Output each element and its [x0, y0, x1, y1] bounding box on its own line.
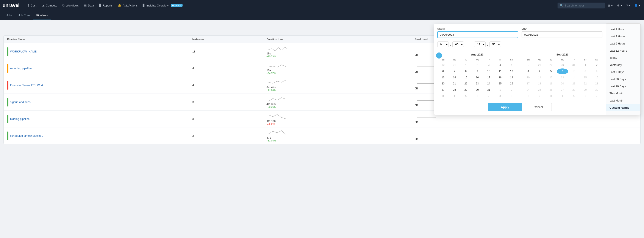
- cancel-button[interactable]: Cancel: [525, 103, 552, 111]
- quick-option-last12h[interactable]: Last 12 Hours: [606, 47, 640, 54]
- calendar-day[interactable]: 3: [437, 93, 449, 99]
- calendar-day[interactable]: 4: [494, 62, 506, 68]
- calendar-day[interactable]: 5: [506, 62, 517, 68]
- calendar-day[interactable]: 4: [449, 93, 460, 99]
- quick-option-custom[interactable]: Custom Range: [606, 104, 640, 111]
- quick-option-last30d[interactable]: Last 30 Days: [606, 76, 640, 83]
- calendar-day[interactable]: 2: [472, 62, 483, 68]
- calendar-day[interactable]: 29: [460, 87, 472, 93]
- calendar-day[interactable]: 9: [472, 68, 483, 74]
- calendar-day[interactable]: 10: [483, 68, 494, 74]
- calendar-day[interactable]: 25: [494, 81, 506, 87]
- calendar-day[interactable]: 16: [472, 75, 483, 81]
- start-minute-select[interactable]: 0001020304051015202530354045505556575859: [452, 42, 464, 47]
- calendar-day[interactable]: 28: [449, 87, 460, 93]
- start-hour-select[interactable]: 01234567891011121314151617181920212223: [437, 42, 449, 47]
- calendar-day[interactable]: 24: [483, 81, 494, 87]
- quick-option-last6h[interactable]: Last 6 Hours: [606, 40, 640, 47]
- nav-autoactions[interactable]: 🔔 AutoActions: [116, 2, 140, 9]
- subnav-jobs[interactable]: Jobs: [4, 12, 15, 20]
- nav-compute[interactable]: ☁ Compute: [40, 2, 60, 9]
- calendar-day[interactable]: 1: [460, 62, 472, 68]
- calendar-day[interactable]: 29: [545, 62, 557, 68]
- calendar-day[interactable]: 13: [437, 75, 449, 81]
- end-hour-select[interactable]: 01234567891011121314151617181920212223: [474, 42, 486, 47]
- pipeline-name[interactable]: signup and subs: [10, 100, 30, 104]
- prev-month-btn[interactable]: ‹: [436, 52, 442, 59]
- calendar-day[interactable]: 23: [472, 81, 483, 87]
- pipeline-name[interactable]: scheduled airflow pipelin...: [10, 134, 43, 137]
- calendar-day[interactable]: 20: [437, 81, 449, 87]
- subnav-pipelines[interactable]: Pipelines: [33, 12, 51, 20]
- table-row[interactable]: scheduled airflow pipelin... 2 47s +83.0…: [4, 128, 640, 144]
- calendar-day[interactable]: 17: [483, 75, 494, 81]
- calendar-day[interactable]: 18: [494, 75, 506, 81]
- calendar-day[interactable]: 5: [460, 93, 472, 99]
- quick-option-last1h[interactable]: Last 1 Hour: [606, 26, 640, 33]
- calendar-day[interactable]: 3: [522, 68, 534, 74]
- calendar-day[interactable]: 30: [472, 87, 483, 93]
- calendar-day[interactable]: 6: [437, 68, 449, 74]
- calendar-day[interactable]: 6: [472, 93, 483, 99]
- quick-option-lastmonth[interactable]: Last Month: [606, 97, 640, 104]
- calendar-day[interactable]: 11: [494, 68, 506, 74]
- help-icon-btn[interactable]: ? ▾: [625, 3, 632, 8]
- pipeline-name[interactable]: bidding pipeline: [10, 117, 30, 121]
- calendar-day[interactable]: 12: [506, 68, 517, 74]
- calendar-day[interactable]: 1: [580, 62, 591, 68]
- calendar-day[interactable]: 2: [591, 62, 602, 68]
- calendar-day[interactable]: 31: [483, 87, 494, 93]
- calendar-day[interactable]: 9: [506, 93, 517, 99]
- calendar-day[interactable]: 30: [437, 62, 449, 68]
- subnav-job-runs[interactable]: Job Runs: [15, 12, 33, 20]
- calendar-day[interactable]: 22: [460, 81, 472, 87]
- nav-cost[interactable]: $ Cost: [26, 2, 38, 9]
- quick-option-yesterday[interactable]: Yesterday: [606, 61, 640, 68]
- calendar-day[interactable]: 27: [522, 62, 534, 68]
- end-date-input[interactable]: [522, 31, 602, 38]
- calendar-day[interactable]: 4: [534, 68, 545, 74]
- calendar-day[interactable]: 21: [449, 81, 460, 87]
- calendar-day[interactable]: 3: [483, 62, 494, 68]
- grid-icon-btn[interactable]: ⊞ ▾: [607, 3, 614, 8]
- calendar-day[interactable]: 5: [545, 68, 557, 74]
- settings-icon-btn[interactable]: ⚙ ▾: [616, 3, 623, 8]
- start-date-input[interactable]: [437, 31, 518, 38]
- calendar-day[interactable]: 15: [460, 75, 472, 81]
- pipeline-name-cell: reporting pipeline...: [7, 64, 192, 73]
- calendar-day[interactable]: 30: [557, 62, 568, 68]
- quick-option-last90d[interactable]: Last 90 Days: [606, 83, 640, 90]
- search-box[interactable]: 🔍 Search for apps: [558, 3, 605, 9]
- quick-option-last2h[interactable]: Last 2 Hours: [606, 33, 640, 40]
- calendar-day[interactable]: 19: [506, 75, 517, 81]
- calendar-day[interactable]: 1: [494, 87, 506, 93]
- calendar-day[interactable]: 31: [449, 62, 460, 68]
- pipeline-name[interactable]: reporting pipeline...: [10, 67, 34, 70]
- calendar-day[interactable]: 6: [557, 68, 568, 74]
- quick-option-last7d[interactable]: Last 7 Days: [606, 68, 640, 76]
- nav-reports[interactable]: ▊ Reports: [97, 2, 115, 9]
- calendar-day[interactable]: 26: [506, 81, 517, 87]
- nav-workflows[interactable]: ⧉ Workflows: [60, 2, 81, 9]
- calendar-day[interactable]: 27: [437, 87, 449, 93]
- quick-option-today[interactable]: Today: [606, 54, 640, 61]
- calendar-day[interactable]: 7: [449, 68, 460, 74]
- pipeline-name[interactable]: Financial Tenant ETL Work...: [10, 84, 46, 87]
- calendar-day[interactable]: 7: [483, 93, 494, 99]
- nav-data[interactable]: ▤ Data: [82, 2, 96, 9]
- apply-button[interactable]: Apply: [488, 103, 522, 111]
- end-minute-select[interactable]: 0001020304051015202530354045505556575859: [490, 42, 501, 47]
- duration-value: 19s: [266, 52, 415, 55]
- pipeline-name[interactable]: WORKFLOW_NAME: [10, 50, 37, 53]
- pipeline-name-cell: signup and subs: [7, 98, 192, 106]
- calendar-day[interactable]: 14: [449, 75, 460, 81]
- logo[interactable]: unravel: [2, 2, 22, 9]
- calendar-day[interactable]: 31: [568, 62, 580, 68]
- nav-insights[interactable]: ▊ Insights Overview PREVIEW: [140, 2, 185, 9]
- user-icon-btn[interactable]: 👤 ▾: [633, 3, 642, 8]
- calendar-day[interactable]: 8: [494, 93, 506, 99]
- calendar-day[interactable]: 8: [460, 68, 472, 74]
- calendar-day[interactable]: 28: [534, 62, 545, 68]
- calendar-day[interactable]: 2: [506, 87, 517, 93]
- quick-option-thismonth[interactable]: This Month: [606, 90, 640, 97]
